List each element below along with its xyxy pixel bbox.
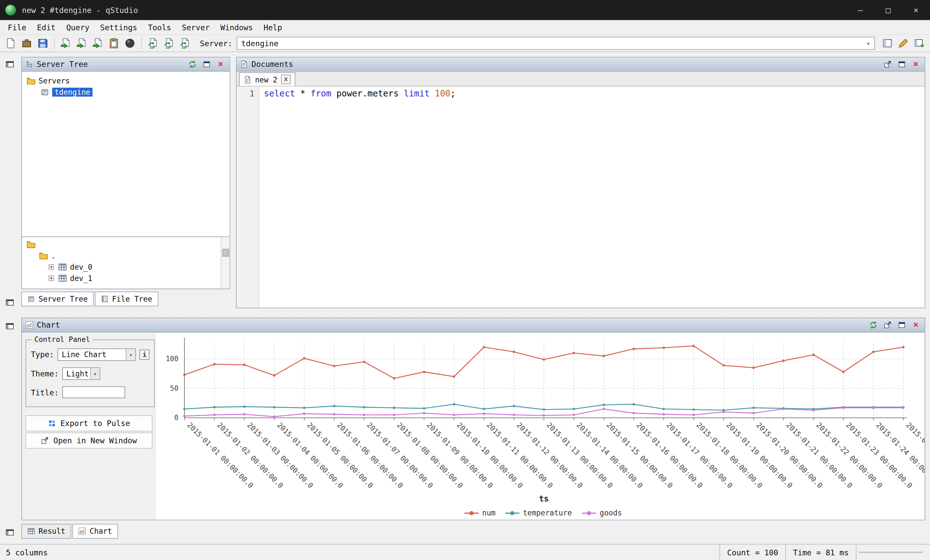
menu-settings[interactable]: Settings bbox=[95, 21, 143, 33]
tree-node-tdengine[interactable]: tdengine bbox=[22, 86, 230, 98]
scrollbar-thumb[interactable] bbox=[222, 249, 229, 256]
maximize-button[interactable]: □ bbox=[875, 0, 902, 20]
file-tree-root[interactable] bbox=[22, 239, 221, 250]
chart-canvas[interactable]: 0501002015-01-01 00:00:00.02015-01-02 00… bbox=[156, 333, 925, 519]
tab-result[interactable]: Result bbox=[21, 524, 71, 539]
stop-query-icon[interactable] bbox=[124, 37, 136, 49]
server-tree-panel: Server Tree × Servers tdengine bbox=[21, 57, 230, 289]
chart-type-select[interactable]: Line Chart ▾ bbox=[58, 348, 136, 361]
close-panel-icon[interactable]: × bbox=[910, 319, 921, 330]
server-combo[interactable]: tdengine ▾ bbox=[237, 37, 875, 49]
open-in-new-window-button[interactable]: Open in New Window bbox=[26, 433, 152, 449]
info-icon[interactable]: i bbox=[140, 350, 149, 359]
legend-marker[interactable] bbox=[587, 511, 591, 515]
sql-editor[interactable]: 1 select * from power.meters limit 100; bbox=[237, 86, 925, 308]
window-title: new 2 #tdengine - qStudio bbox=[22, 6, 138, 15]
dock-handle-icon[interactable] bbox=[4, 526, 15, 538]
popout-panel-icon[interactable] bbox=[882, 59, 893, 69]
data-point bbox=[513, 405, 515, 407]
reload-document-icon[interactable] bbox=[179, 37, 191, 49]
sync-document-icon[interactable] bbox=[163, 37, 175, 49]
expander-plus-icon[interactable] bbox=[48, 263, 55, 271]
file-tree-preview: . dev_0 dev_1 bbox=[22, 236, 230, 288]
tab-chart[interactable]: Chart bbox=[72, 524, 118, 539]
y-axis-tick-label: 100 bbox=[166, 354, 179, 363]
file-tree-dev0[interactable]: dev_0 bbox=[22, 261, 221, 273]
server-icon bbox=[40, 88, 49, 97]
table-icon bbox=[58, 274, 67, 283]
tab-new-2[interactable]: new 2 x bbox=[239, 72, 296, 86]
legend-label[interactable]: temperature bbox=[523, 508, 572, 517]
popout-panel-icon[interactable] bbox=[882, 319, 893, 330]
file-tree-dev1[interactable]: dev_1 bbox=[22, 273, 221, 284]
data-point bbox=[573, 352, 575, 354]
dock-handle-icon[interactable] bbox=[4, 58, 15, 70]
chart-panel: Chart × Control Panel Type: Line Chart ▾ bbox=[21, 318, 925, 520]
data-point bbox=[842, 407, 844, 409]
save-icon[interactable] bbox=[37, 37, 49, 49]
close-panel-icon[interactable]: × bbox=[910, 59, 921, 69]
popout-icon bbox=[41, 437, 49, 444]
line-number-gutter: 1 bbox=[237, 86, 259, 308]
workspace: Server Tree × Servers tdengine bbox=[0, 52, 930, 560]
show-docs-panel-icon[interactable] bbox=[881, 37, 893, 49]
paste-icon[interactable] bbox=[108, 37, 120, 49]
refresh-icon[interactable] bbox=[868, 319, 878, 330]
data-point bbox=[812, 353, 815, 356]
tab-file-tree[interactable]: File Tree bbox=[95, 292, 158, 307]
dock-handle-icon[interactable] bbox=[4, 320, 15, 332]
menu-edit[interactable]: Edit bbox=[32, 21, 61, 33]
add-panel-icon[interactable] bbox=[913, 37, 925, 49]
tab-server-tree[interactable]: Server Tree bbox=[21, 292, 94, 307]
tab-label: Result bbox=[38, 527, 65, 536]
menu-server[interactable]: Server bbox=[176, 21, 215, 33]
refresh-icon[interactable] bbox=[187, 59, 197, 69]
tab-close-button[interactable]: x bbox=[281, 75, 291, 84]
menu-tools[interactable]: Tools bbox=[142, 21, 176, 33]
open-file-icon[interactable] bbox=[21, 37, 32, 49]
export-document-icon[interactable] bbox=[92, 37, 104, 49]
tree-node-servers[interactable]: Servers bbox=[22, 75, 230, 86]
scrollbar[interactable] bbox=[221, 237, 230, 288]
refresh-document-icon[interactable] bbox=[147, 37, 159, 49]
import-document-icon[interactable] bbox=[76, 37, 88, 49]
menu-query[interactable]: Query bbox=[61, 21, 95, 33]
data-point bbox=[423, 412, 425, 414]
data-point bbox=[303, 357, 305, 359]
chart-theme-select[interactable]: Light ▾ bbox=[62, 367, 100, 380]
data-point bbox=[423, 371, 425, 373]
close-button[interactable]: × bbox=[902, 0, 930, 20]
file-tree-dot[interactable]: . bbox=[22, 250, 221, 261]
legend-marker[interactable] bbox=[469, 511, 473, 515]
expander-plus-icon[interactable] bbox=[48, 275, 55, 282]
open-document-icon[interactable] bbox=[60, 37, 72, 49]
minimize-button[interactable]: — bbox=[847, 0, 875, 20]
new-file-icon[interactable] bbox=[5, 37, 17, 49]
close-panel-icon[interactable]: × bbox=[216, 59, 226, 69]
app-logo-icon bbox=[5, 5, 16, 15]
dock-handle-icon[interactable] bbox=[4, 296, 15, 308]
server-icon bbox=[27, 295, 35, 302]
data-point bbox=[812, 409, 815, 411]
legend-label[interactable]: goods bbox=[600, 508, 622, 517]
chart-control-panel: Control Panel Type: Line Chart ▾ i Theme… bbox=[22, 333, 156, 519]
data-point bbox=[393, 414, 395, 416]
table-icon bbox=[58, 262, 67, 272]
chart-type-value: Line Chart bbox=[62, 350, 106, 359]
data-point bbox=[213, 363, 216, 365]
legend-marker[interactable] bbox=[510, 511, 514, 515]
status-count: Count = 100 bbox=[719, 545, 785, 560]
maximize-panel-icon[interactable] bbox=[896, 59, 907, 69]
data-point bbox=[453, 414, 455, 416]
menu-windows[interactable]: Windows bbox=[215, 21, 258, 33]
menu-bar: File Edit Query Settings Tools Server Wi… bbox=[0, 20, 930, 35]
menu-file[interactable]: File bbox=[2, 21, 32, 33]
export-to-pulse-button[interactable]: Export to Pulse bbox=[26, 415, 152, 431]
menu-help[interactable]: Help bbox=[258, 21, 288, 33]
edit-icon[interactable] bbox=[898, 37, 909, 49]
maximize-panel-icon[interactable] bbox=[201, 59, 212, 69]
maximize-panel-icon[interactable] bbox=[896, 319, 907, 330]
legend-label[interactable]: num bbox=[482, 508, 496, 517]
chart-title-input[interactable] bbox=[62, 387, 125, 398]
data-point bbox=[453, 403, 455, 405]
